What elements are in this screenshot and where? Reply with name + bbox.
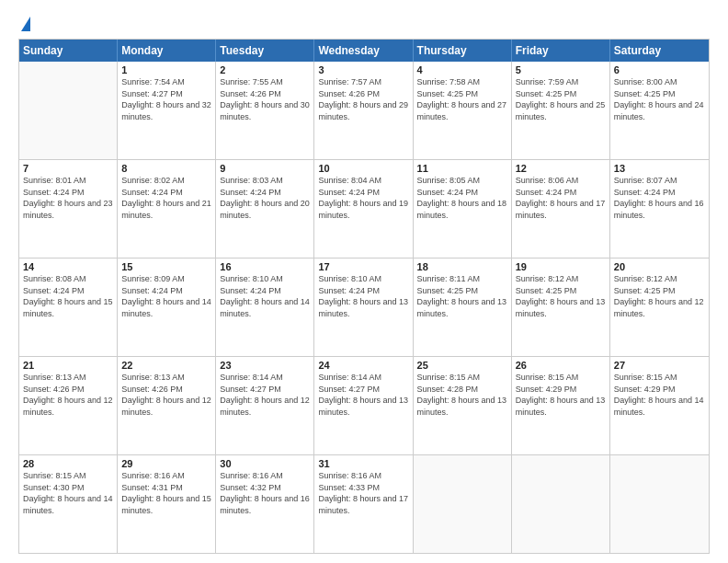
day-info: Sunrise: 8:10 AMSunset: 4:24 PMDaylight:… <box>220 273 310 319</box>
day-info: Sunrise: 8:11 AMSunset: 4:25 PMDaylight:… <box>417 273 507 319</box>
day-number: 23 <box>220 360 310 371</box>
cal-cell: 12Sunrise: 8:06 AMSunset: 4:24 PMDayligh… <box>512 160 610 258</box>
day-header-friday: Friday <box>512 40 610 62</box>
cal-cell: 15Sunrise: 8:09 AMSunset: 4:24 PMDayligh… <box>118 259 216 356</box>
cal-cell: 29Sunrise: 8:16 AMSunset: 4:31 PMDayligh… <box>118 455 216 553</box>
day-info: Sunrise: 8:16 AMSunset: 4:33 PMDaylight:… <box>318 470 408 516</box>
day-info: Sunrise: 8:12 AMSunset: 4:25 PMDaylight:… <box>516 273 606 319</box>
day-number: 2 <box>220 64 310 75</box>
calendar-header: SundayMondayTuesdayWednesdayThursdayFrid… <box>19 40 709 62</box>
cal-cell: 2Sunrise: 7:55 AMSunset: 4:26 PMDaylight… <box>216 62 314 159</box>
week-row-2: 7Sunrise: 8:01 AMSunset: 4:24 PMDaylight… <box>19 159 709 258</box>
cal-cell: 3Sunrise: 7:57 AMSunset: 4:26 PMDaylight… <box>314 62 413 159</box>
day-number: 13 <box>614 163 705 174</box>
calendar-body: 1Sunrise: 7:54 AMSunset: 4:27 PMDaylight… <box>19 62 709 553</box>
day-number: 5 <box>516 64 606 75</box>
day-info: Sunrise: 8:12 AMSunset: 4:25 PMDaylight:… <box>614 273 705 319</box>
day-info: Sunrise: 8:15 AMSunset: 4:29 PMDaylight:… <box>614 372 705 418</box>
day-header-monday: Monday <box>118 40 216 62</box>
day-number: 18 <box>417 261 507 272</box>
logo-text <box>18 17 30 29</box>
cal-cell: 10Sunrise: 8:04 AMSunset: 4:24 PMDayligh… <box>314 160 413 258</box>
header <box>18 17 710 29</box>
day-info: Sunrise: 8:09 AMSunset: 4:24 PMDaylight:… <box>121 273 211 319</box>
day-info: Sunrise: 7:55 AMSunset: 4:26 PMDaylight:… <box>220 76 310 122</box>
day-number: 14 <box>23 261 113 272</box>
day-info: Sunrise: 8:14 AMSunset: 4:27 PMDaylight:… <box>220 372 310 418</box>
day-info: Sunrise: 8:06 AMSunset: 4:24 PMDaylight:… <box>516 175 606 221</box>
page: SundayMondayTuesdayWednesdayThursdayFrid… <box>0 0 728 563</box>
day-number: 9 <box>220 163 310 174</box>
day-info: Sunrise: 8:13 AMSunset: 4:26 PMDaylight:… <box>23 372 113 418</box>
cal-cell: 21Sunrise: 8:13 AMSunset: 4:26 PMDayligh… <box>19 357 118 454</box>
day-number: 7 <box>23 163 113 174</box>
day-number: 22 <box>121 360 211 371</box>
week-row-1: 1Sunrise: 7:54 AMSunset: 4:27 PMDaylight… <box>19 62 709 159</box>
day-number: 11 <box>417 163 507 174</box>
day-info: Sunrise: 8:08 AMSunset: 4:24 PMDaylight:… <box>23 273 113 319</box>
cal-cell: 18Sunrise: 8:11 AMSunset: 4:25 PMDayligh… <box>414 259 512 356</box>
day-number: 27 <box>614 360 705 371</box>
cal-cell: 20Sunrise: 8:12 AMSunset: 4:25 PMDayligh… <box>610 259 709 356</box>
day-info: Sunrise: 8:00 AMSunset: 4:25 PMDaylight:… <box>614 76 705 122</box>
day-number: 29 <box>121 458 211 469</box>
cal-cell: 31Sunrise: 8:16 AMSunset: 4:33 PMDayligh… <box>314 455 413 553</box>
day-number: 24 <box>318 360 408 371</box>
cal-cell: 4Sunrise: 7:58 AMSunset: 4:25 PMDaylight… <box>414 62 512 159</box>
week-row-4: 21Sunrise: 8:13 AMSunset: 4:26 PMDayligh… <box>19 356 709 454</box>
day-number: 30 <box>220 458 310 469</box>
cal-cell: 13Sunrise: 8:07 AMSunset: 4:24 PMDayligh… <box>610 160 709 258</box>
day-info: Sunrise: 8:16 AMSunset: 4:31 PMDaylight:… <box>121 470 211 516</box>
day-number: 21 <box>23 360 113 371</box>
day-header-sunday: Sunday <box>19 40 118 62</box>
cal-cell: 25Sunrise: 8:15 AMSunset: 4:28 PMDayligh… <box>414 357 512 454</box>
cal-cell: 22Sunrise: 8:13 AMSunset: 4:26 PMDayligh… <box>118 357 216 454</box>
day-number: 17 <box>318 261 408 272</box>
day-info: Sunrise: 8:02 AMSunset: 4:24 PMDaylight:… <box>121 175 211 221</box>
day-number: 10 <box>318 163 408 174</box>
day-number: 15 <box>121 261 211 272</box>
day-info: Sunrise: 8:01 AMSunset: 4:24 PMDaylight:… <box>23 175 113 221</box>
cal-cell: 24Sunrise: 8:14 AMSunset: 4:27 PMDayligh… <box>314 357 413 454</box>
day-info: Sunrise: 8:07 AMSunset: 4:24 PMDaylight:… <box>614 175 705 221</box>
day-header-thursday: Thursday <box>414 40 512 62</box>
day-info: Sunrise: 8:15 AMSunset: 4:28 PMDaylight:… <box>417 372 507 418</box>
cal-cell: 28Sunrise: 8:15 AMSunset: 4:30 PMDayligh… <box>19 455 118 553</box>
cal-cell: 27Sunrise: 8:15 AMSunset: 4:29 PMDayligh… <box>610 357 709 454</box>
day-info: Sunrise: 8:10 AMSunset: 4:24 PMDaylight:… <box>318 273 408 319</box>
cal-cell <box>414 455 512 553</box>
cal-cell: 9Sunrise: 8:03 AMSunset: 4:24 PMDaylight… <box>216 160 314 258</box>
day-number: 12 <box>516 163 606 174</box>
day-info: Sunrise: 8:13 AMSunset: 4:26 PMDaylight:… <box>121 372 211 418</box>
cal-cell: 17Sunrise: 8:10 AMSunset: 4:24 PMDayligh… <box>314 259 413 356</box>
day-info: Sunrise: 7:57 AMSunset: 4:26 PMDaylight:… <box>318 76 408 122</box>
day-number: 19 <box>516 261 606 272</box>
cal-cell: 5Sunrise: 7:59 AMSunset: 4:25 PMDaylight… <box>512 62 610 159</box>
day-number: 28 <box>23 458 113 469</box>
day-number: 6 <box>614 64 705 75</box>
day-info: Sunrise: 8:04 AMSunset: 4:24 PMDaylight:… <box>318 175 408 221</box>
day-header-tuesday: Tuesday <box>216 40 314 62</box>
cal-cell: 6Sunrise: 8:00 AMSunset: 4:25 PMDaylight… <box>610 62 709 159</box>
calendar: SundayMondayTuesdayWednesdayThursdayFrid… <box>18 39 710 554</box>
cal-cell <box>19 62 118 159</box>
cal-cell: 30Sunrise: 8:16 AMSunset: 4:32 PMDayligh… <box>216 455 314 553</box>
logo <box>18 17 30 29</box>
week-row-5: 28Sunrise: 8:15 AMSunset: 4:30 PMDayligh… <box>19 454 709 553</box>
day-info: Sunrise: 7:58 AMSunset: 4:25 PMDaylight:… <box>417 76 507 122</box>
cal-cell: 14Sunrise: 8:08 AMSunset: 4:24 PMDayligh… <box>19 259 118 356</box>
day-info: Sunrise: 8:05 AMSunset: 4:24 PMDaylight:… <box>417 175 507 221</box>
day-number: 4 <box>417 64 507 75</box>
day-header-wednesday: Wednesday <box>314 40 413 62</box>
cal-cell: 11Sunrise: 8:05 AMSunset: 4:24 PMDayligh… <box>414 160 512 258</box>
day-number: 3 <box>318 64 408 75</box>
day-number: 1 <box>121 64 211 75</box>
week-row-3: 14Sunrise: 8:08 AMSunset: 4:24 PMDayligh… <box>19 258 709 356</box>
day-number: 26 <box>516 360 606 371</box>
day-info: Sunrise: 7:54 AMSunset: 4:27 PMDaylight:… <box>121 76 211 122</box>
day-info: Sunrise: 7:59 AMSunset: 4:25 PMDaylight:… <box>516 76 606 122</box>
cal-cell: 23Sunrise: 8:14 AMSunset: 4:27 PMDayligh… <box>216 357 314 454</box>
day-info: Sunrise: 8:03 AMSunset: 4:24 PMDaylight:… <box>220 175 310 221</box>
day-info: Sunrise: 8:15 AMSunset: 4:30 PMDaylight:… <box>23 470 113 516</box>
day-number: 25 <box>417 360 507 371</box>
